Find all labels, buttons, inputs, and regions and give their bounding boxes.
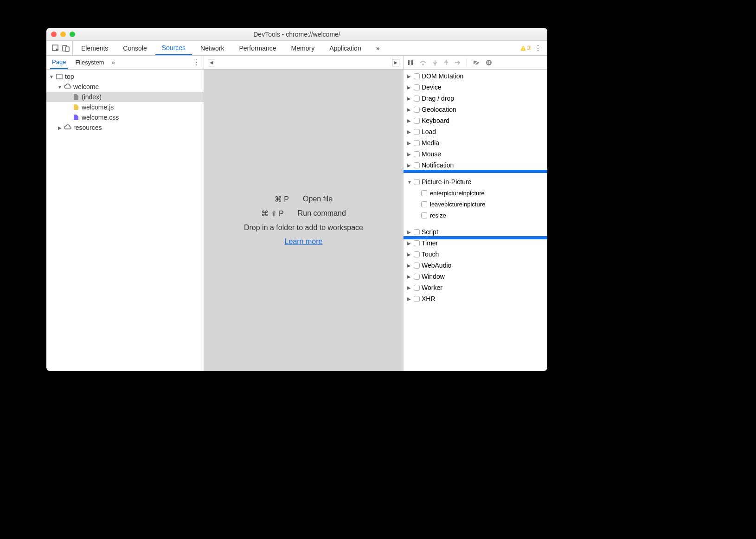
sidebar-tab-overflow[interactable]: » (112, 59, 115, 66)
svg-point-8 (422, 64, 424, 65)
bp-enterpictureinpicture[interactable]: enterpictureinpicture (404, 187, 547, 199)
svg-rect-7 (411, 60, 413, 65)
checkbox[interactable] (421, 190, 427, 196)
checkbox[interactable] (421, 201, 427, 207)
breakpoint-list: ▶DOM Mutation ▶Device ▶Drag / drop ▶Geol… (404, 70, 547, 371)
learn-more-link[interactable]: Learn more (285, 237, 323, 246)
sidebar-tabs: Page Filesystem » ⋮ (46, 56, 204, 70)
checkbox[interactable] (414, 129, 420, 135)
tab-elements[interactable]: Elements (75, 41, 115, 55)
step-over-icon[interactable] (419, 59, 427, 66)
step-icon[interactable] (455, 59, 461, 66)
editor-pane: ◀ ▶ ⌘ POpen file ⌘ ⇧ PRun command Drop i… (204, 56, 404, 371)
run-command-label: Run command (298, 209, 346, 218)
inspect-tools (49, 41, 73, 55)
menu-icon[interactable]: ⋮ (534, 44, 542, 52)
document-icon (72, 93, 80, 101)
svg-rect-5 (57, 74, 62, 79)
sources-sidebar: Page Filesystem » ⋮ ▼ top ▼ welcome (46, 56, 204, 371)
tree-top[interactable]: ▼ top (46, 71, 204, 82)
frame-icon (56, 73, 63, 80)
checkbox[interactable] (414, 229, 420, 235)
device-toggle-icon[interactable] (62, 45, 70, 52)
checkbox[interactable] (414, 162, 420, 168)
bp-worker[interactable]: ▶Worker (404, 282, 547, 293)
svg-rect-2 (65, 47, 69, 51)
bp-notification[interactable]: ▶Notification (404, 160, 547, 171)
tab-performance[interactable]: Performance (232, 41, 282, 55)
tab-application[interactable]: Application (323, 41, 368, 55)
step-into-icon[interactable] (432, 59, 438, 66)
tree-welcome-css[interactable]: welcome.css (46, 112, 204, 122)
deactivate-breakpoints-icon[interactable] (473, 59, 480, 66)
close-window-icon[interactable] (51, 32, 57, 37)
editor-toolbar: ◀ ▶ (204, 56, 403, 70)
checkbox[interactable] (414, 240, 420, 246)
checkbox[interactable] (414, 251, 420, 257)
checkbox[interactable] (414, 296, 420, 302)
bp-script[interactable]: ▶Script (404, 226, 547, 237)
bp-dom-mutation[interactable]: ▶DOM Mutation (404, 71, 547, 82)
step-out-icon[interactable] (443, 59, 449, 66)
pause-icon[interactable] (407, 59, 414, 66)
checkbox[interactable] (414, 151, 420, 157)
tab-console[interactable]: Console (116, 41, 153, 55)
drop-hint: Drop in a folder to add to workspace (244, 224, 363, 232)
checkbox[interactable] (414, 274, 420, 280)
checkbox[interactable] (421, 212, 427, 218)
bp-drag-drop[interactable]: ▶Drag / drop (404, 93, 547, 104)
js-file-icon (72, 103, 80, 111)
checkbox[interactable] (414, 118, 420, 124)
bp-timer[interactable]: ▶Timer (404, 237, 547, 249)
tree-index[interactable]: (index) (46, 92, 204, 102)
bp-device[interactable]: ▶Device (404, 82, 547, 93)
svg-rect-15 (489, 61, 490, 64)
checkbox[interactable] (414, 179, 420, 185)
bp-media[interactable]: ▶Media (404, 137, 547, 148)
shortcut-open: ⌘ P (275, 195, 289, 204)
open-file-label: Open file (303, 195, 333, 204)
tree-welcome[interactable]: ▼ welcome (46, 82, 204, 92)
checkbox[interactable] (414, 285, 420, 291)
tree-resources[interactable]: ▶ resources (46, 122, 204, 133)
bp-window[interactable]: ▶Window (404, 271, 547, 282)
minimize-window-icon[interactable] (60, 32, 66, 37)
nav-back-icon[interactable]: ◀ (208, 59, 215, 66)
bp-keyboard[interactable]: ▶Keyboard (404, 115, 547, 126)
sidebar-menu-icon[interactable]: ⋮ (192, 58, 200, 67)
bp-webaudio[interactable]: ▶WebAudio (404, 260, 547, 271)
tab-network[interactable]: Network (194, 41, 231, 55)
warnings-badge[interactable]: 3 (520, 45, 531, 51)
tree-welcome-js[interactable]: welcome.js (46, 102, 204, 112)
chevron-down-icon: ▼ (58, 84, 62, 90)
inspect-element-icon[interactable] (52, 45, 59, 52)
checkbox[interactable] (414, 107, 420, 113)
nav-forward-icon[interactable]: ▶ (392, 59, 399, 66)
checkbox[interactable] (414, 73, 420, 79)
sidebar-tab-page[interactable]: Page (50, 56, 68, 69)
bp-load[interactable]: ▶Load (404, 126, 547, 137)
css-file-icon (72, 114, 80, 121)
svg-rect-3 (523, 47, 524, 49)
sidebar-tab-filesystem[interactable]: Filesystem (73, 56, 106, 69)
bp-picture-in-picture[interactable]: ▼Picture-in-Picture (404, 176, 547, 187)
tab-overflow[interactable]: » (370, 41, 386, 55)
checkbox[interactable] (414, 96, 420, 102)
cloud-icon (64, 124, 71, 131)
bp-mouse[interactable]: ▶Mouse (404, 148, 547, 160)
bp-xhr[interactable]: ▶XHR (404, 293, 547, 304)
pause-on-exceptions-icon[interactable] (486, 59, 492, 66)
bp-touch[interactable]: ▶Touch (404, 249, 547, 260)
bp-leavepictureinpicture[interactable]: leavepictureinpicture (404, 199, 547, 210)
svg-point-10 (446, 59, 447, 61)
bp-geolocation[interactable]: ▶Geolocation (404, 104, 547, 115)
tab-sources[interactable]: Sources (155, 41, 192, 55)
zoom-window-icon[interactable] (70, 32, 75, 37)
bp-resize[interactable]: resize (404, 210, 547, 221)
checkbox[interactable] (414, 140, 420, 146)
svg-point-13 (486, 60, 492, 65)
tab-memory[interactable]: Memory (285, 41, 321, 55)
svg-point-11 (455, 62, 456, 63)
checkbox[interactable] (414, 263, 420, 269)
checkbox[interactable] (414, 84, 420, 90)
